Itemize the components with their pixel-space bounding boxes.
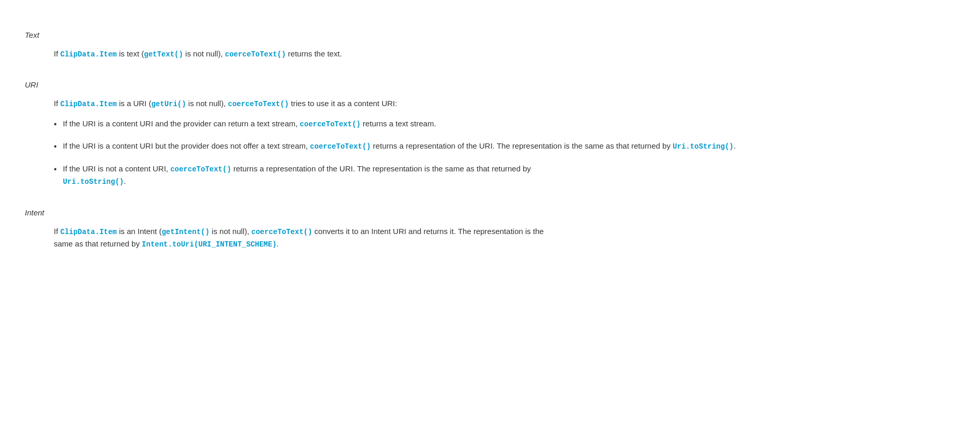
coerce-to-text-link-3[interactable]: coerceToText() — [300, 120, 361, 128]
intent-para-before1: If — [54, 227, 61, 236]
coerce-to-text-link-1[interactable]: coerceToText() — [225, 50, 286, 59]
uri-bullet-1: If the URI is a content URI and the prov… — [54, 118, 955, 131]
section-heading-uri: URI — [25, 79, 955, 91]
coerce-to-text-link-5[interactable]: coerceToText() — [170, 165, 231, 173]
uri-bullet-list: If the URI is a content URI and the prov… — [54, 118, 955, 188]
uri-to-string-link-2[interactable]: Uri.toString() — [63, 178, 124, 186]
clip-data-item-link-3[interactable]: ClipData.Item — [61, 228, 117, 236]
bullet-3-before: If the URI is not a content URI, — [63, 164, 171, 173]
bullet-2-content: If the URI is a content URI but the prov… — [63, 140, 955, 152]
coerce-to-text-link-6[interactable]: coerceToText() — [251, 228, 313, 236]
uri-bullet-2: If the URI is a content URI but the prov… — [54, 140, 955, 153]
bullet-2-before: If the URI is a content URI but the prov… — [63, 141, 310, 150]
section-body-text: If ClipData.Item is text (getText() is n… — [25, 48, 955, 60]
bullet-3-after: . — [124, 177, 126, 185]
uri-para-before1: If — [54, 99, 61, 108]
intent-para-mid2: is not null), — [210, 227, 251, 236]
uri-to-string-link-1[interactable]: Uri.toString() — [673, 142, 734, 151]
text-para-before1: If — [54, 49, 61, 58]
coerce-to-text-link-4[interactable]: coerceToText() — [310, 142, 371, 151]
text-para-mid1: is text ( — [117, 49, 144, 58]
intent-para-after2: . — [277, 239, 279, 248]
clip-data-item-link-1[interactable]: ClipData.Item — [61, 50, 117, 59]
bullet-3-content: If the URI is not a content URI, coerceT… — [63, 163, 955, 188]
text-para-mid2: is not null), — [183, 49, 225, 58]
text-section-paragraph: If ClipData.Item is text (getText() is n… — [54, 48, 955, 60]
bullet-1-before: If the URI is a content URI and the prov… — [63, 119, 300, 128]
section-heading-intent: Intent — [25, 207, 955, 219]
intent-para-mid1: is an Intent ( — [117, 227, 162, 236]
bullet-2-after: . — [734, 141, 736, 150]
bullet-1-after: returns a text stream. — [361, 119, 436, 128]
bullet-3-mid: returns a representation of the URI. The… — [231, 164, 531, 173]
text-para-after: returns the text. — [286, 49, 341, 58]
section-heading-text: Text — [25, 29, 955, 41]
bullet-2-mid: returns a representation of the URI. The… — [371, 141, 673, 150]
coerce-to-text-link-2[interactable]: coerceToText() — [228, 100, 289, 108]
uri-para-after: tries to use it as a content URI: — [289, 99, 397, 108]
get-text-link[interactable]: getText() — [144, 50, 183, 59]
uri-para-mid2: is not null), — [186, 99, 228, 108]
uri-bullet-3: If the URI is not a content URI, coerceT… — [54, 163, 955, 188]
clip-data-item-link-2[interactable]: ClipData.Item — [61, 100, 117, 108]
section-body-uri: If ClipData.Item is a URI (getUri() is n… — [25, 97, 955, 187]
bullet-1-content: If the URI is a content URI and the prov… — [63, 118, 955, 130]
section-body-intent: If ClipData.Item is an Intent (getIntent… — [25, 225, 955, 251]
intent-to-uri-link[interactable]: Intent.toUri(URI_INTENT_SCHEME) — [142, 240, 276, 249]
uri-intro-paragraph: If ClipData.Item is a URI (getUri() is n… — [54, 97, 955, 110]
intent-section-paragraph: If ClipData.Item is an Intent (getIntent… — [54, 225, 955, 251]
get-uri-link[interactable]: getUri() — [151, 100, 186, 108]
uri-para-mid1: is a URI ( — [117, 99, 152, 108]
get-intent-link[interactable]: getIntent() — [161, 228, 209, 236]
